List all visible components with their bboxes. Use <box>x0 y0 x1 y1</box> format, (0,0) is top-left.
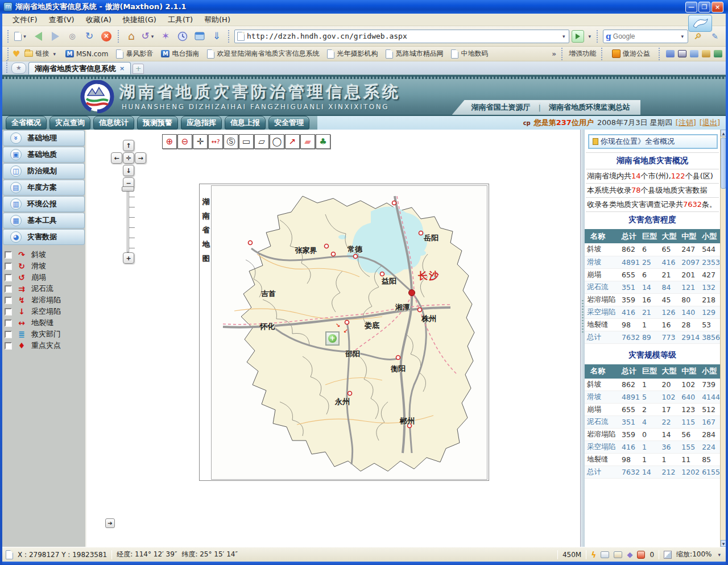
link-radio[interactable]: M电台指南 <box>158 48 202 60</box>
link-milu[interactable]: 觅路城市精品网 <box>382 48 446 60</box>
map-legend-button[interactable]: ♣ <box>316 134 330 149</box>
maxthon-bird-logo[interactable] <box>688 15 712 32</box>
layer-checkbox[interactable] <box>5 251 12 259</box>
refresh-button[interactable]: ↻ <box>82 29 97 44</box>
links-folder[interactable]: 链接▾ <box>21 48 61 60</box>
sidebar-item-annual-plan[interactable]: ▤年度方案 <box>3 180 85 196</box>
link-baofeng[interactable]: 暴风影音 <box>113 48 156 60</box>
nav-tab[interactable]: 安全管理 <box>268 116 309 130</box>
exit-link[interactable]: [退出] <box>700 118 720 128</box>
zoom-slider-track[interactable] <box>127 189 129 252</box>
map-eraser-button[interactable]: ▰ <box>300 134 315 149</box>
map-gps-marker-button[interactable]: + <box>325 331 340 346</box>
panel-splitter[interactable] <box>580 130 585 547</box>
boost-icon[interactable]: ϟ <box>591 550 596 559</box>
link-zhongdi[interactable]: 中地数码 <box>448 48 491 60</box>
tab-close-icon[interactable]: × <box>119 65 125 72</box>
search-dropdown-icon[interactable]: ▾ <box>679 34 685 39</box>
sidebar-item-environment-bulletin[interactable]: ▥环境公报 <box>3 196 85 212</box>
restore-button[interactable]: ❐ <box>698 2 710 13</box>
layer-checkbox[interactable] <box>5 274 12 281</box>
logout-link[interactable]: [注销] <box>676 118 696 128</box>
map-select-rect-button[interactable]: ▭ <box>239 134 254 149</box>
link-welcome[interactable]: 欢迎登陆湖南省地质灾害信息系统 <box>204 48 322 60</box>
search-input[interactable] <box>613 32 678 40</box>
search-box[interactable]: g ▾ <box>603 30 688 43</box>
sidebar-item-prevention-plan[interactable]: ◫防治规划 <box>3 163 85 179</box>
go-options-icon[interactable]: ▾ <box>586 34 593 39</box>
filter-icon[interactable]: ◆ <box>627 550 632 559</box>
favorites-star-button[interactable]: ★ <box>11 63 26 74</box>
address-input[interactable] <box>247 32 559 40</box>
menu-item[interactable]: 快捷组(G) <box>117 14 162 26</box>
layer-checkbox[interactable] <box>5 342 12 350</box>
plus-features-link[interactable]: 增强功能 <box>569 49 596 59</box>
nav-tab[interactable]: 预测预警 <box>137 116 178 130</box>
popup-blocker-icon[interactable] <box>637 551 645 559</box>
address-dropdown-icon[interactable]: ▾ <box>561 34 567 39</box>
new-tab-button[interactable]: ▾ <box>14 29 28 44</box>
window-tool-icon[interactable] <box>678 50 686 57</box>
map-canvas[interactable]: 张家界 吉首 常德 岳阳 益阳 长沙 湘潭 株州 娄底 怀化 邵阳 衡阳 永州 … <box>211 185 487 480</box>
menu-item[interactable]: 收藏(A) <box>80 14 117 26</box>
notes-icon[interactable] <box>690 50 698 57</box>
sidebar-item-base-geology[interactable]: ▣基础地质 <box>3 147 85 163</box>
pan-right-button[interactable]: → <box>135 152 146 164</box>
nav-tab[interactable]: 信息上报 <box>225 116 266 130</box>
nav-tab[interactable]: 全省概况 <box>6 116 47 130</box>
menu-item[interactable]: 查看(V) <box>43 14 80 26</box>
download-button[interactable]: ⇓ <box>209 29 224 44</box>
magic-wand-button[interactable]: ✶ <box>158 29 173 44</box>
linksbar-grip[interactable] <box>7 48 10 60</box>
nav-tab[interactable]: 灾点查询 <box>49 116 90 130</box>
page-scrollbar[interactable]: ▲ ▼ <box>720 130 726 547</box>
menu-item[interactable]: 帮助(H) <box>198 14 236 26</box>
horizontal-scroll-button[interactable]: ➔ <box>105 518 115 528</box>
close-button[interactable]: × <box>712 2 723 13</box>
menu-item[interactable]: 工具(T) <box>162 14 198 26</box>
map-scale-button[interactable]: Ⓢ <box>224 134 238 149</box>
sidebar-item-disaster-data[interactable]: ◕灾害数据 <box>3 229 85 245</box>
pan-center-button[interactable]: ✛ <box>123 152 134 164</box>
sidebar-item-basic-tools[interactable]: ▦基本工具 <box>3 213 85 229</box>
history-clock-button[interactable] <box>175 29 190 44</box>
layer-checkbox[interactable] <box>5 285 12 293</box>
zoom-slider-handle[interactable] <box>122 186 134 192</box>
new-window-icon[interactable] <box>614 551 622 558</box>
window-refresh-button[interactable] <box>192 29 207 44</box>
link-land-resources-dept[interactable]: 湖南省国土资源厅 <box>471 102 531 113</box>
undo-button[interactable]: ↺▾ <box>141 29 156 44</box>
menu-item[interactable]: 文件(F) <box>7 14 43 26</box>
forward-button[interactable] <box>48 29 63 44</box>
brush-icon[interactable] <box>702 50 710 57</box>
proxy-icon[interactable] <box>601 551 609 558</box>
minimize-button[interactable]: — <box>685 2 697 13</box>
map-zoom-in-button[interactable]: ⊕ <box>162 134 177 149</box>
zoom-in-step-button[interactable]: + <box>123 252 134 264</box>
overflow-chevron[interactable]: » <box>552 50 556 58</box>
favorites-heart-icon[interactable]: ♥ <box>13 49 20 59</box>
map-pan-button[interactable]: ✛ <box>193 134 208 149</box>
address-bar[interactable]: ▾ <box>234 30 569 43</box>
pan-up-button[interactable]: ↑ <box>123 140 134 151</box>
sidebar-item-base-geography[interactable]: »基础地理 <box>3 130 85 146</box>
globe-icon[interactable] <box>714 50 722 57</box>
history-dropdown-button[interactable]: ◎ <box>65 29 80 44</box>
back-button[interactable] <box>31 29 46 44</box>
layer-checkbox[interactable] <box>5 308 12 315</box>
pan-left-button[interactable]: ← <box>111 152 122 164</box>
active-tab[interactable]: 湖南省地质灾害信息系统 × <box>28 62 131 74</box>
layer-checkbox[interactable] <box>5 263 12 270</box>
nav-tab[interactable]: 应急指挥 <box>181 116 222 130</box>
stop-button[interactable]: × <box>99 29 114 44</box>
map-select-polygon-button[interactable]: ▱ <box>254 134 269 149</box>
resize-icon[interactable] <box>664 551 672 559</box>
charity-link[interactable]: 傲游公益 <box>609 48 653 60</box>
title-bar[interactable]: m 湖南省地质灾害信息系统 - 傲游(Maxthon) 2.1.1 — ❐ × <box>0 0 728 14</box>
link-geo-environment-station[interactable]: 湖南省地质环境监测总站 <box>549 102 630 113</box>
link-photo[interactable]: 光年摄影机构 <box>324 48 381 60</box>
layer-checkbox[interactable] <box>5 319 12 327</box>
map-select-circle-button[interactable]: ◯ <box>270 134 284 149</box>
layer-checkbox[interactable] <box>5 331 12 338</box>
nav-tab[interactable]: 信息统计 <box>93 116 134 130</box>
